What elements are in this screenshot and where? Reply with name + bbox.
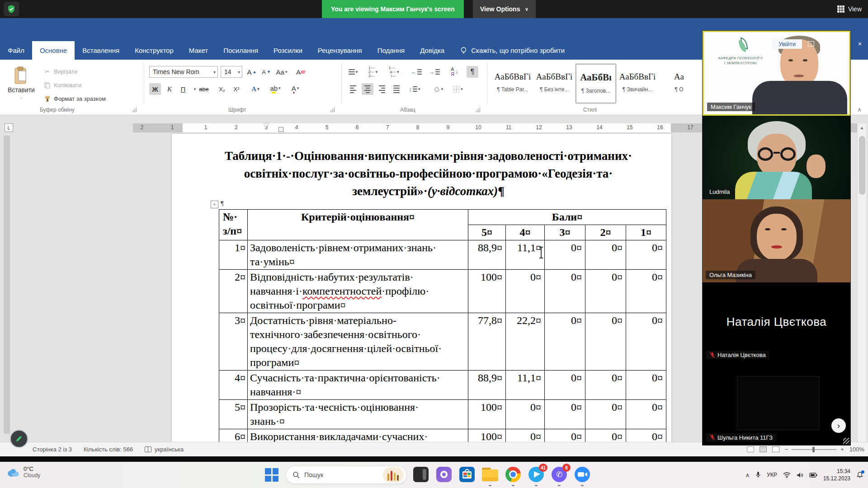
zoom-level[interactable]: 100% [849,446,864,453]
tab-insert[interactable]: Вставлення [75,41,127,60]
left-indent-marker[interactable] [278,127,283,132]
multilevel-list-button[interactable]: 1— a— i—▾ [388,66,400,78]
print-layout-button[interactable] [760,446,767,452]
paste-button[interactable]: Вставити ▾ [6,63,36,108]
restore-button[interactable] [836,38,851,50]
read-mode-button[interactable] [747,446,754,452]
security-shield-icon[interactable] [4,2,19,16]
copy-button[interactable]: Копіювати [43,81,81,89]
clipboard-dialog-launcher[interactable] [132,108,137,112]
tab-view[interactable]: Подання [370,41,413,60]
panel-resize-handle[interactable] [843,438,849,444]
change-case-button[interactable]: Aa▾ [276,66,288,78]
line-spacing-button[interactable]: ↕▾ [409,83,420,95]
zoom-app-icon[interactable] [574,466,591,483]
taskbar-weather-widget[interactable]: 0°CCloudy [6,465,40,479]
volume-icon[interactable] [797,472,803,478]
sort-button[interactable]: АЯ↓ [448,66,460,78]
decrease-indent-button[interactable]: ← [410,66,422,78]
telegram-icon[interactable]: 41 [528,466,545,483]
grow-font-button[interactable]: А▲ [246,66,258,78]
zoom-view-button[interactable]: View [837,0,862,18]
align-center-button[interactable] [362,83,373,95]
minimize-button[interactable]: — [820,38,835,50]
highlight-color-button[interactable]: ab▾ [269,82,281,94]
tab-review[interactable]: Рецензування [310,41,370,60]
bullets-button[interactable]: ▾ [347,66,359,78]
font-color-button[interactable]: А▾ [289,82,301,94]
vertical-ruler[interactable] [4,136,10,434]
font-size-combo[interactable]: 14▾ [221,66,242,78]
wifi-icon[interactable] [783,472,791,478]
font-name-combo[interactable]: Times New Rom▾ [149,66,218,78]
language-tray[interactable]: УКР [767,472,777,478]
participant-tile[interactable]: › Шульга Никита 11ГЗ [703,362,850,445]
hidden-icons-chevron[interactable]: ∧ [745,472,750,479]
first-line-indent-marker[interactable] [264,123,269,127]
scrollbar-thumb[interactable] [859,136,865,195]
clear-formatting-button[interactable]: А [295,66,307,78]
tab-home[interactable]: Основне [32,41,75,60]
style-normal[interactable]: АаБбВвГі ¶ Звичайн... [618,64,657,103]
web-layout-button[interactable] [772,446,779,452]
underline-button[interactable]: П [177,83,189,95]
text-effects-button[interactable]: А▾ [250,83,261,95]
tell-me-search[interactable]: Скажіть, що потрібно зробити [460,41,565,60]
style-no-spacing[interactable]: АаБбВвГі ¶ Без інте... [534,64,574,103]
start-button[interactable] [265,468,278,482]
tab-help[interactable]: Довідка [412,41,452,60]
font-dialog-launcher[interactable] [330,108,335,112]
cut-button[interactable]: ✂Вирізати [43,68,77,75]
superscript-button[interactable]: X² [231,83,242,95]
zoom-in-icon[interactable]: + [840,446,844,453]
vertical-scrollbar[interactable]: ▲ [857,123,866,442]
battery-icon[interactable] [809,472,817,478]
clock[interactable]: 15:34 15.12.2023 [823,468,850,482]
tab-design[interactable]: Конструктор [127,41,181,60]
participant-tile[interactable]: Ольга Мазикіна [703,199,850,282]
borders-button[interactable]: ▾ [452,83,464,95]
subscript-button[interactable]: X₂ [216,83,228,95]
page-indicator[interactable]: Сторінка 2 із 3 [33,446,72,453]
align-left-button[interactable] [347,83,359,95]
shrink-font-button[interactable]: А▼ [260,66,272,78]
close-button[interactable]: × [853,38,867,50]
document-page[interactable]: Таблиця·1·-·Оцінювання·випускниками·рівн… [172,134,671,442]
align-right-button[interactable] [376,83,388,95]
numbering-button[interactable]: 1—2—3—▾ [367,66,379,78]
tab-file[interactable]: Файл [0,41,32,60]
loop-app-icon[interactable] [435,466,453,483]
italic-button[interactable]: К [164,83,175,95]
microsoft-store-icon[interactable] [458,466,476,483]
ribbon-display-options-button[interactable]: ↑ [804,38,818,50]
justify-button[interactable] [391,83,402,95]
word-count[interactable]: Кількість слів: 566 [84,446,133,453]
strikethrough-button[interactable]: abe [198,83,210,95]
show-formatting-marks-button[interactable]: ¶ [467,66,478,78]
view-options-button[interactable]: View Options∨ [473,0,536,18]
style-other[interactable]: Аа ¶ О [659,64,699,103]
zoom-out-icon[interactable]: − [785,446,788,453]
tab-selector[interactable]: L [5,123,13,132]
participant-tile[interactable]: Ludmila [703,116,850,200]
taskbar-search[interactable]: Пошук [286,466,407,484]
shading-button[interactable]: ▾ [432,83,444,95]
tab-mailings[interactable]: Розсилки [266,41,310,60]
format-painter-button[interactable]: Формат за зразком [43,95,106,103]
participant-tile[interactable]: Наталія Цвєткова Наталія Цвєткова [703,282,850,363]
table-move-handle[interactable]: + [211,201,218,208]
zoom-knob[interactable] [812,447,815,452]
signin-button[interactable]: Увійти [772,39,802,49]
increase-indent-button[interactable]: → [429,66,440,78]
style-table-paragraph[interactable]: АаБбВвГі ¶ Table Par... [493,64,533,103]
editing-indicator-button[interactable] [10,430,28,448]
tab-layout[interactable]: Макет [181,41,216,60]
zoom-slider[interactable]: − + [785,446,844,453]
style-heading[interactable]: АаБбВı ¶ Заголов... [576,64,616,103]
scroll-up-icon[interactable]: ▲ [858,123,866,130]
collapse-ribbon-icon[interactable]: ∧ [857,106,862,113]
bold-button[interactable]: Ж [149,83,161,95]
chrome-icon[interactable] [505,466,522,483]
microphone-tray-icon[interactable] [755,471,761,479]
phone-link-icon[interactable] [412,466,429,483]
